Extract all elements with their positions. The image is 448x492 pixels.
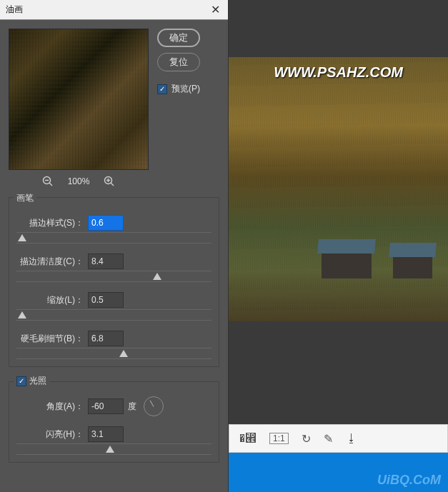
shine-input[interactable] bbox=[88, 426, 124, 442]
logo-text: UiBQ.CoM bbox=[377, 473, 441, 488]
stylization-label: 描边样式(S)： bbox=[16, 217, 88, 229]
brush-section-label: 画笔 bbox=[14, 192, 36, 204]
scale-input[interactable] bbox=[88, 292, 124, 308]
scale-label: 缩放(L)： bbox=[16, 294, 88, 306]
zoom-out-icon[interactable]: �⵮ bbox=[239, 432, 257, 445]
preview-checkbox-label: 预览(P) bbox=[171, 83, 200, 95]
redo-icon[interactable]: ↻ bbox=[302, 432, 311, 446]
reset-button[interactable]: 复位 bbox=[157, 53, 200, 71]
actual-pixels-icon[interactable]: 1:1 bbox=[269, 433, 289, 444]
titlebar: 油画 ✕ bbox=[0, 0, 228, 20]
bristle-label: 硬毛刷细节(B)： bbox=[16, 333, 88, 345]
close-icon[interactable]: ✕ bbox=[208, 3, 222, 17]
cleanliness-input[interactable] bbox=[88, 253, 124, 269]
bristle-slider[interactable] bbox=[16, 348, 211, 359]
dialog-title: 油画 bbox=[6, 4, 208, 16]
preview-checkbox[interactable]: ✓ bbox=[157, 84, 167, 94]
taskbar: UiBQ.CoM bbox=[229, 453, 448, 492]
slider-thumb[interactable] bbox=[119, 350, 128, 357]
angle-unit: 度 bbox=[128, 401, 136, 413]
slider-thumb[interactable] bbox=[106, 446, 114, 453]
cleanliness-slider[interactable] bbox=[16, 271, 211, 282]
lighting-checkbox[interactable]: ✓ bbox=[16, 376, 26, 386]
angle-dial[interactable] bbox=[144, 396, 164, 416]
brush-icon[interactable]: ✎ bbox=[324, 432, 333, 446]
slider-thumb[interactable] bbox=[153, 273, 161, 280]
zoom-in-icon[interactable] bbox=[104, 176, 115, 187]
stylization-input[interactable] bbox=[88, 215, 124, 231]
stylization-slider[interactable] bbox=[16, 232, 211, 244]
preview-image[interactable] bbox=[9, 29, 149, 170]
lighting-section-label: 光照 bbox=[29, 375, 46, 387]
bristle-input[interactable] bbox=[88, 331, 124, 346]
cleanliness-label: 描边清洁度(C)： bbox=[16, 256, 88, 268]
angle-input[interactable] bbox=[88, 398, 124, 414]
house-shape bbox=[393, 253, 432, 278]
canvas-image: WWW.PSAHZ.COM bbox=[229, 57, 448, 321]
zoom-level: 100% bbox=[68, 176, 90, 186]
shine-label: 闪亮(H)： bbox=[16, 428, 88, 441]
slider-thumb[interactable] bbox=[18, 311, 26, 318]
zoom-out-icon[interactable] bbox=[42, 176, 54, 187]
shine-slider[interactable] bbox=[16, 443, 211, 455]
svg-line-1 bbox=[49, 183, 52, 186]
svg-line-4 bbox=[111, 183, 114, 186]
angle-label: 角度(A)： bbox=[16, 401, 88, 413]
download-icon[interactable]: ⭳ bbox=[346, 432, 357, 445]
brush-section: 画笔 描边样式(S)： 描边清洁度(C)： 缩放(L)： bbox=[9, 197, 219, 367]
bottom-toolbar: �⵮ 1:1 ↻ ✎ ⭳ bbox=[229, 424, 448, 453]
canvas-area: WWW.PSAHZ.COM bbox=[229, 0, 448, 492]
scale-slider[interactable] bbox=[16, 309, 211, 321]
slider-thumb[interactable] bbox=[18, 234, 26, 241]
ok-button[interactable]: 确定 bbox=[157, 29, 200, 47]
oil-paint-dialog: 油画 ✕ 确定 复位 ✓ 预览(P) 100% 画笔 bbox=[0, 0, 229, 492]
house-shape bbox=[322, 250, 372, 278]
lighting-section: ✓ 光照 角度(A)： 度 闪亮(H)： bbox=[9, 381, 219, 463]
watermark-text: WWW.PSAHZ.COM bbox=[274, 64, 403, 81]
